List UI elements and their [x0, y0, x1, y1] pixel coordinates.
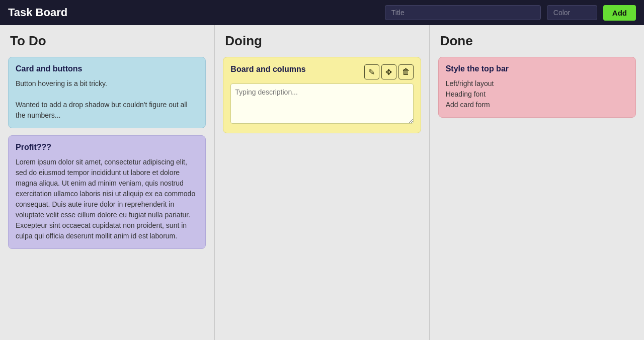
card-body-2: Lorem ipsum dolor sit amet, consectetur … [16, 157, 198, 241]
add-button[interactable]: Add [603, 5, 636, 21]
card-profit: Profit??? Lorem ipsum dolor sit amet, co… [8, 135, 206, 249]
edit-button[interactable]: ✎ [364, 64, 379, 79]
delete-button[interactable]: 🗑 [398, 64, 414, 79]
topbar: Task Board Add [0, 0, 644, 25]
card-title-2: Profit??? [16, 143, 198, 152]
column-doing: Doing Board and columns ✎ ✥ 🗑 [215, 25, 430, 340]
card-title-4: Style the top bar [446, 64, 628, 73]
column-todo: To Do Card and buttons Button hovering i… [0, 25, 215, 340]
card-header-3: Board and columns ✎ ✥ 🗑 [230, 64, 413, 79]
card-body-4: Left/right layoutHeading fontAdd card fo… [446, 78, 628, 110]
title-input[interactable] [385, 5, 541, 20]
column-title-done: Done [438, 33, 636, 49]
card-card-and-buttons: Card and buttons Button hovering is a bi… [8, 57, 206, 128]
move-button[interactable]: ✥ [381, 64, 396, 79]
card-body-1: Button hovering is a bit tricky.Wanted t… [16, 78, 198, 121]
card-actions-3: ✎ ✥ 🗑 [364, 64, 414, 79]
card-style-top-bar: Style the top bar Left/right layoutHeadi… [438, 57, 636, 118]
app-title: Task Board [8, 6, 67, 19]
column-done: Done Style the top bar Left/right layout… [430, 25, 644, 340]
color-input[interactable] [547, 5, 597, 20]
column-title-todo: To Do [8, 33, 206, 49]
column-title-doing: Doing [223, 33, 421, 49]
card-title-1: Card and buttons [16, 64, 198, 73]
card-board-and-columns: Board and columns ✎ ✥ 🗑 [223, 57, 421, 133]
board: To Do Card and buttons Button hovering i… [0, 25, 644, 340]
card-description-input[interactable] [230, 83, 413, 124]
card-title-3: Board and columns [230, 65, 305, 74]
